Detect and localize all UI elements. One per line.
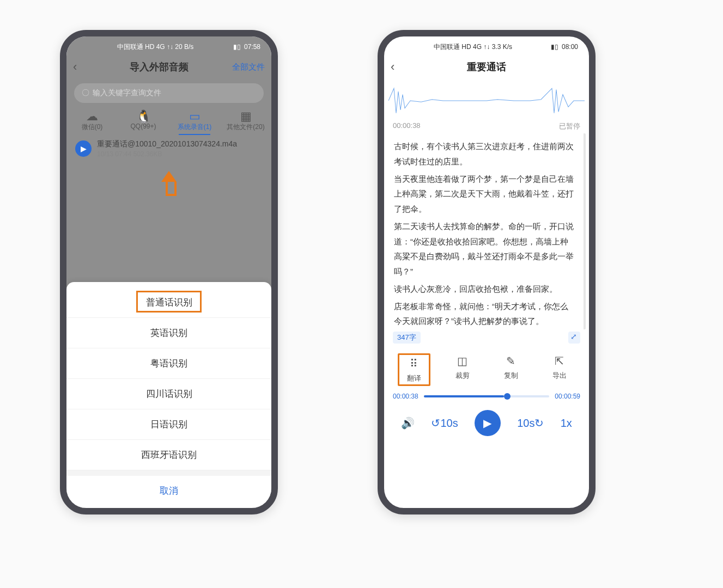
file-name: 重要通话@10010_20201013074324.m4a: [97, 139, 237, 149]
toolbar: ⠿ 翻译 ◫ 裁剪 ✎ 复制 ⇱ 导出: [384, 346, 589, 388]
opt-cantonese[interactable]: 粤语识别: [66, 348, 271, 379]
transcript-line: 店老板非常奇怪，就问他：“明天才考试，你怎么今天就回家呀？”读书人把解梦的事说了…: [394, 299, 574, 329]
play-button[interactable]: ▶: [475, 410, 501, 436]
search-icon: 〇: [82, 88, 89, 98]
opt-japanese[interactable]: 日语识别: [66, 409, 271, 440]
tab-label: QQ(99+): [130, 122, 156, 130]
opt-sichuan[interactable]: 四川话识别: [66, 379, 271, 409]
opt-label: 四川话识别: [146, 389, 192, 399]
tab-label: 系统录音(1): [178, 123, 212, 131]
export-icon: ⇱: [552, 353, 567, 369]
wechat-icon: ☁: [72, 109, 112, 122]
cancel-button[interactable]: 取消: [66, 470, 271, 506]
seek-duration: 00:00:59: [555, 393, 580, 400]
speed-toggle[interactable]: 1x: [561, 417, 572, 430]
phone-right: 中国联通 HD 4G ↑↓ 3.3 K/s ▮▯08:00 ‹ 重要通话 00:…: [378, 30, 596, 514]
back-icon[interactable]: ‹: [391, 60, 404, 74]
carrier-label: 中国联通: [434, 43, 460, 51]
clock-label: 08:00: [562, 43, 578, 51]
opt-label: 西班牙语识别: [141, 450, 197, 460]
tool-label: 导出: [552, 371, 567, 379]
translate-button[interactable]: ⠿ 翻译: [398, 353, 430, 386]
phone-left: 中国联通 HD 4G ↑↓ 20 B/s ▮▯07:58 ‹ 导入外部音频 全部…: [60, 30, 278, 514]
source-tabs: ☁微信(0) 🐧QQ(99+) ▭系统录音(1) ▦其他文件(20): [66, 109, 271, 132]
time-row: 00:00:38 已暂停: [384, 119, 589, 133]
tab-label: 微信(0): [82, 123, 103, 131]
carrier-label: 中国联通: [117, 43, 143, 51]
opt-label: 粤语识别: [150, 358, 187, 369]
battery-icon: ▮▯: [551, 43, 558, 51]
grid-icon: ▦: [226, 109, 265, 122]
page-title: 重要通话: [404, 60, 569, 74]
count-row: 347字: [384, 329, 589, 346]
copy-icon: ✎: [503, 353, 519, 369]
play-icon[interactable]: ▶: [75, 140, 92, 157]
seek-progress: [424, 395, 505, 397]
back-icon[interactable]: ‹: [73, 60, 86, 74]
word-count-badge: 347字: [393, 332, 421, 344]
trim-icon: ◫: [455, 353, 470, 369]
translate-icon: ⠿: [406, 356, 422, 371]
playback-controls: 🔊 ↺10s ▶ 10s↻ 1x: [384, 405, 589, 446]
tool-label: 复制: [504, 371, 518, 379]
waveform[interactable]: [388, 82, 585, 119]
tool-label: 翻译: [407, 374, 421, 382]
cancel-label: 取消: [160, 486, 178, 496]
opt-mandarin[interactable]: 普通话识别: [66, 287, 271, 318]
forward-10s-icon[interactable]: 10s↻: [517, 416, 544, 430]
search-placeholder: 输入关键字查询文件: [93, 88, 161, 98]
transcript-line: 读书人心灰意冷，回店收拾包袱，准备回家。: [394, 281, 574, 297]
search-input[interactable]: 〇 输入关键字查询文件: [74, 83, 264, 103]
tool-label: 裁剪: [455, 371, 470, 379]
tab-other[interactable]: ▦其他文件(20): [226, 109, 265, 132]
net-label: HD 4G ↑↓ 3.3 K/s: [461, 43, 512, 51]
nav-bar: ‹ 重要通话: [384, 54, 589, 80]
clock-label: 07:58: [244, 43, 260, 51]
all-files-link[interactable]: 全部文件: [232, 62, 265, 72]
time-position: 00:00:38: [393, 121, 421, 131]
seek-bar[interactable]: [424, 395, 550, 397]
tab-label: 其他文件(20): [227, 123, 264, 131]
tab-system-rec[interactable]: ▭系统录音(1): [175, 109, 214, 132]
seek-knob[interactable]: [504, 393, 511, 400]
seek-row: 00:00:38 00:00:59: [384, 388, 589, 405]
rewind-10s-icon[interactable]: ↺10s: [431, 416, 458, 430]
audio-file-item[interactable]: ▶ 重要通话@10010_20201013074324.m4a 10/13 07…: [66, 132, 271, 166]
copy-button[interactable]: ✎ 复制: [495, 353, 527, 386]
battery-icon: ▮▯: [233, 43, 241, 51]
tab-wechat[interactable]: ☁微信(0): [72, 109, 112, 132]
seek-current: 00:00:38: [393, 393, 418, 400]
time-state: 已暂停: [559, 121, 580, 131]
status-bar: 中国联通 HD 4G ↑↓ 20 B/s ▮▯07:58: [66, 36, 271, 54]
transcript-line: 古时候，有个读书人第三次进京赶考，住进前两次考试时住过的店里。: [394, 139, 574, 169]
net-label: HD 4G ↑↓ 20 B/s: [145, 43, 193, 51]
transcript-line: 当天夜里他连着做了两个梦，第一个梦是自己在墙上种高粱，第二次是天下大雨，他戴着斗…: [394, 171, 574, 217]
file-meta: 10/13 07:44 502.36KB: [97, 150, 237, 158]
opt-label: 日语识别: [150, 419, 187, 430]
transcript-line: 第二天读书人去找算命的解梦。命的一听，开口说道：“你还是收拾收拾回家吧。你想想，…: [394, 219, 574, 279]
opt-label: 英语识别: [150, 328, 187, 338]
annotation-highlight-box: [136, 291, 202, 313]
expand-icon[interactable]: [568, 332, 580, 344]
status-bar: 中国联通 HD 4G ↑↓ 3.3 K/s ▮▯08:00: [384, 36, 589, 54]
export-button[interactable]: ⇱ 导出: [543, 353, 576, 386]
qq-icon: 🐧: [124, 109, 163, 122]
annotation-arrow-icon: [156, 171, 182, 197]
phone-icon: ▭: [175, 109, 214, 122]
opt-english[interactable]: 英语识别: [66, 318, 271, 348]
transcript-area[interactable]: 古时候，有个读书人第三次进京赶考，住进前两次考试时住过的店里。 当天夜里他连着做…: [384, 133, 586, 329]
language-sheet: 普通话识别 英语识别 粤语识别 四川话识别 日语识别 西班牙语识别 取消: [66, 282, 271, 508]
opt-spanish[interactable]: 西班牙语识别: [66, 440, 271, 470]
nav-bar: ‹ 导入外部音频 全部文件: [66, 54, 271, 80]
trim-button[interactable]: ◫ 裁剪: [446, 353, 479, 386]
volume-icon[interactable]: 🔊: [401, 416, 415, 430]
page-title: 导入外部音频: [86, 60, 232, 74]
tab-qq[interactable]: 🐧QQ(99+): [124, 109, 163, 132]
